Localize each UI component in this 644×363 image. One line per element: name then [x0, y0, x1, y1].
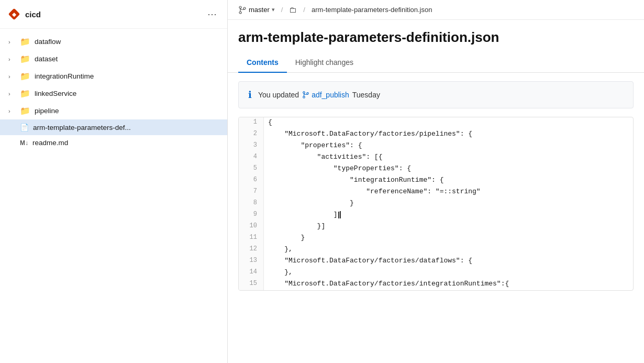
sidebar-item-label: arm-template-parameters-def...	[33, 124, 131, 131]
line-number: 12	[239, 244, 264, 256]
svg-text:◆: ◆	[12, 12, 17, 17]
chevron-right-icon: ›	[8, 91, 16, 97]
line-number: 14	[239, 267, 264, 279]
table-row: 15 "Microsoft.DataFactory/factories/inte…	[239, 279, 633, 290]
sidebar-tree: › 📁 dataflow › 📁 dataset › 📁 integration…	[0, 29, 227, 363]
tab-bar: Contents Highlight changes	[228, 54, 644, 73]
line-number: 11	[239, 233, 264, 244]
table-row: 9 ]	[239, 210, 633, 221]
markdown-icon: M↓	[20, 139, 28, 147]
table-row: 7 "referenceName": "=::string"	[239, 186, 633, 198]
sidebar-item-label: pipeline	[35, 107, 59, 115]
info-banner: ℹ You updated adf_publish Tuesday	[238, 81, 634, 108]
table-row: 11 }	[239, 233, 633, 244]
line-number: 10	[239, 221, 264, 233]
line-number: 5	[239, 163, 264, 175]
svg-point-3	[239, 12, 241, 14]
folder-icon: 🗀	[289, 5, 297, 14]
separator: /	[303, 6, 305, 14]
page-title: arm-template-parameters-definition.json	[238, 29, 634, 46]
line-content: "properties": {	[264, 140, 633, 152]
sidebar-item-integrationruntime[interactable]: › 📁 integrationRuntime	[0, 68, 227, 85]
line-content: ]	[264, 210, 633, 221]
folder-icon: 📁	[20, 37, 30, 47]
folder-icon: 📁	[20, 54, 30, 64]
branch-selector[interactable]: master ▾	[238, 6, 275, 14]
repo-icon: ◆	[8, 8, 20, 20]
sidebar-item-arm-template[interactable]: › 📄 arm-template-parameters-def...	[0, 119, 227, 135]
chevron-right-icon: ›	[8, 108, 16, 114]
line-content: "Microsoft.DataFactory/factories/dataflo…	[264, 256, 633, 267]
table-row: 13 "Microsoft.DataFactory/factories/data…	[239, 256, 633, 267]
tab-highlight-changes[interactable]: Highlight changes	[287, 54, 362, 73]
sidebar-item-dataset[interactable]: › 📁 dataset	[0, 50, 227, 68]
separator: /	[281, 6, 283, 14]
line-content: "Microsoft.DataFactory/factories/integra…	[264, 279, 633, 290]
day-text: Tuesday	[352, 91, 380, 99]
line-number: 13	[239, 256, 264, 267]
sidebar-header-left: ◆ cicd	[8, 8, 41, 20]
content-area: ℹ You updated adf_publish Tuesday 1{2	[228, 73, 644, 363]
sidebar-item-readme[interactable]: › M↓ readme.md	[0, 135, 227, 150]
chevron-right-icon: ›	[8, 56, 16, 62]
line-content: "activities": [{	[264, 152, 633, 163]
info-text: You updated adf_publish Tuesday	[258, 91, 380, 99]
line-content: },	[264, 244, 633, 256]
info-icon: ℹ	[248, 89, 252, 101]
branch-name: master	[249, 6, 270, 14]
table-row: 10 }]	[239, 221, 633, 233]
sidebar-header: ◆ cicd ⋯	[0, 0, 227, 29]
you-updated-text: You updated	[258, 91, 299, 99]
topbar-filename: arm-template-parameters-definition.json	[312, 6, 432, 14]
sidebar-item-linkedservice[interactable]: › 📁 linkedService	[0, 85, 227, 102]
folder-icon: 📁	[20, 106, 30, 116]
line-number: 8	[239, 198, 264, 210]
line-content: "referenceName": "=::string"	[264, 186, 633, 198]
table-row: 12 },	[239, 244, 633, 256]
line-content: "Microsoft.DataFactory/factories/pipelin…	[264, 129, 633, 140]
svg-point-2	[239, 6, 241, 8]
sidebar-item-dataflow[interactable]: › 📁 dataflow	[0, 33, 227, 50]
more-options-icon[interactable]: ⋯	[205, 6, 219, 22]
table-row: 2 "Microsoft.DataFactory/factories/pipel…	[239, 129, 633, 140]
table-row: 3 "properties": {	[239, 140, 633, 152]
tab-contents[interactable]: Contents	[238, 54, 287, 73]
svg-point-6	[303, 92, 305, 94]
topbar: master ▾ / 🗀 / arm-template-parameters-d…	[228, 0, 644, 20]
line-number: 6	[239, 175, 264, 186]
repo-title: cicd	[25, 10, 41, 19]
line-content: }]	[264, 221, 633, 233]
folder-icon: 📁	[20, 71, 30, 81]
sidebar-item-label: dataflow	[35, 38, 61, 46]
branch-link[interactable]: adf_publish	[302, 91, 349, 99]
line-number: 15	[239, 279, 264, 290]
branch-link-icon	[302, 91, 309, 98]
table-row: 4 "activities": [{	[239, 152, 633, 163]
file-icon: 📄	[20, 123, 29, 131]
line-number: 2	[239, 129, 264, 140]
table-row: 8 }	[239, 198, 633, 210]
svg-point-4	[243, 7, 246, 9]
sidebar-item-label: integrationRuntime	[35, 72, 94, 80]
code-container[interactable]: 1{2 "Microsoft.DataFactory/factories/pip…	[238, 117, 634, 291]
sidebar-item-label: readme.md	[32, 139, 68, 147]
folder-icon: 📁	[20, 89, 30, 98]
line-content: },	[264, 267, 633, 279]
chevron-down-icon: ▾	[272, 6, 275, 13]
sidebar-item-pipeline[interactable]: › 📁 pipeline	[0, 102, 227, 119]
line-number: 9	[239, 210, 264, 221]
table-row: 1{	[239, 117, 633, 129]
line-content: "typeProperties": {	[264, 163, 633, 175]
line-content: }	[264, 233, 633, 244]
line-content: "integrationRuntime": {	[264, 175, 633, 186]
chevron-right-icon: ›	[8, 39, 16, 45]
branch-name-link: adf_publish	[312, 91, 349, 99]
svg-point-8	[307, 93, 309, 95]
main-content: master ▾ / 🗀 / arm-template-parameters-d…	[228, 0, 644, 363]
line-number: 7	[239, 186, 264, 198]
line-content: }	[264, 198, 633, 210]
line-number: 3	[239, 140, 264, 152]
svg-point-7	[303, 96, 305, 98]
sidebar: ◆ cicd ⋯ › 📁 dataflow › 📁 dataset › 📁 in…	[0, 0, 228, 363]
line-number: 1	[239, 117, 264, 129]
